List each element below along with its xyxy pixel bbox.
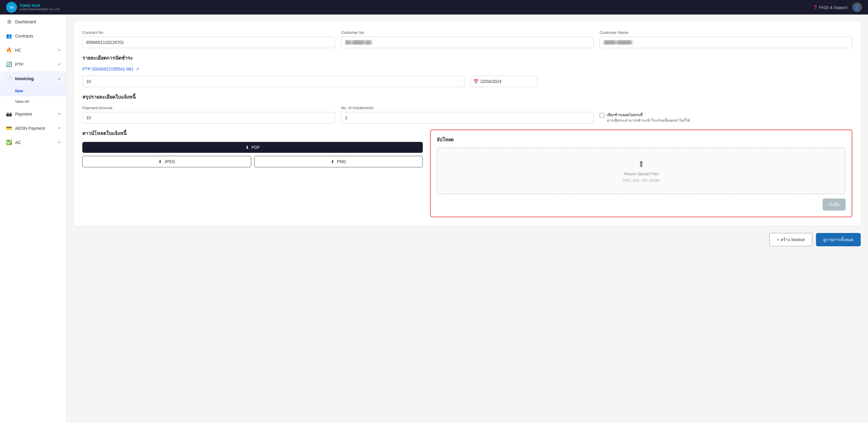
layout: ⊞ Dashboard 👥 Contracts 🔥 HC ▾ 🔄 PTP ▾ 📄…	[0, 14, 868, 423]
ac-icon: ✅	[6, 139, 12, 145]
sidebar-sub-item-view-all[interactable]: View All	[0, 96, 66, 107]
upload-section: อัปโหลด ⬆ Please Upload Files PNG, JPG, …	[430, 130, 852, 217]
jpeg-download-icon: ⬇	[158, 159, 162, 164]
sidebar-label-invoicing: Invoicing	[15, 76, 34, 81]
logo: TH TONG HUA ASSET MANAGEMENT CO.,LTD.	[6, 2, 61, 13]
sidebar-item-ac[interactable]: ✅ AC ▾	[0, 135, 66, 150]
partial-payment-checkbox[interactable]	[599, 113, 604, 118]
customer-no-group: Customer No	[341, 30, 594, 48]
jpeg-label: JPEG	[164, 159, 176, 164]
ptp-installment-input[interactable]	[82, 76, 464, 87]
sidebar-item-payment[interactable]: 📷 Payment ▾	[0, 107, 66, 121]
payment-amount-input[interactable]	[82, 112, 335, 124]
main-content: Contract No Customer No Customer Name รา…	[67, 14, 868, 423]
upload-placeholder-text: Please Upload Files	[624, 171, 659, 176]
sidebar-item-dashboard[interactable]: ⊞ Dashboard	[0, 14, 66, 29]
png-download-icon: ⬇	[331, 159, 334, 164]
aeon-payment-icon: 💳	[6, 125, 12, 131]
payment-chevron: ▾	[58, 112, 60, 116]
checkbox-label: เลือกชำระยอดไม่ครบที่ หากเลือกจะสามารถชำ…	[607, 112, 690, 123]
save-btn-wrapper: บันทึก	[437, 198, 846, 210]
hc-chevron: ▾	[58, 48, 60, 52]
pdf-label: PDF	[251, 145, 260, 150]
upload-dropzone[interactable]: ⬆ Please Upload Files PNG, JPG, GIF, WEB…	[437, 148, 846, 194]
download-png-button[interactable]: ⬇ PNG	[254, 156, 423, 167]
payment-amount-group: Payment Amount	[82, 106, 335, 124]
logo-title: TONG HUA	[19, 3, 61, 8]
contract-no-label: Contract No	[82, 30, 335, 35]
invoicing-chevron: ▴	[58, 76, 60, 80]
logo-icon: TH	[6, 2, 17, 13]
svg-text:TH: TH	[9, 6, 13, 9]
contract-info-row: Contract No Customer No Customer Name	[82, 30, 852, 48]
download-jpeg-button[interactable]: ⬇ JPEG	[82, 156, 251, 167]
jpeg-png-row: ⬇ JPEG ⬇ PNG	[82, 156, 423, 167]
no-installments-group: No. of Installments	[341, 106, 594, 124]
topnav-right: ❓ FAQs & Support 👤	[813, 2, 862, 12]
sidebar-label-hc: HC	[15, 48, 21, 53]
ptp-installment-group	[82, 76, 464, 87]
logo-subtitle: ASSET MANAGEMENT CO.,LTD.	[19, 8, 61, 11]
customer-name-group: Customer Name	[599, 30, 852, 48]
sidebar-label-contracts: Contracts	[15, 34, 33, 38]
invoice-summary-row: Payment Amount No. of Installments เลือก…	[82, 106, 852, 124]
customer-no-input[interactable]	[341, 37, 594, 48]
section-payment-title: รายละเอียดการนัดชำระ	[82, 54, 852, 62]
sidebar-item-ptp[interactable]: 🔄 PTP ▾	[0, 57, 66, 71]
contracts-icon: 👥	[6, 33, 12, 39]
form-card: Contract No Customer No Customer Name รา…	[74, 22, 861, 226]
sidebar-label-dashboard: Dashboard	[15, 19, 36, 24]
download-pdf-button[interactable]: ⬇ PDF	[82, 142, 423, 153]
upload-formats-text: PNG, JPG, GIF, WEBP	[623, 178, 660, 183]
contract-no-group: Contract No	[82, 30, 335, 48]
sidebar-sub-item-new[interactable]: New	[0, 86, 66, 96]
aeon-chevron: ▾	[58, 126, 60, 130]
sidebar: ⊞ Dashboard 👥 Contracts 🔥 HC ▾ 🔄 PTP ▾ 📄…	[0, 14, 67, 423]
no-installments-label: No. of Installments	[341, 106, 594, 110]
sidebar-item-contracts[interactable]: 👥 Contracts	[0, 29, 66, 43]
create-invoice-button[interactable]: + สร้าง Invoice	[769, 233, 812, 246]
download-upload-section: ดาวน์โหลดใบแจ้งหนี้ ⬇ PDF ⬇ JPEG ⬇ PNG	[82, 130, 852, 217]
sidebar-label-ptp: PTP	[15, 62, 23, 67]
upload-icon: ⬆	[638, 159, 645, 169]
ptp-details-row: 📅	[82, 76, 852, 87]
customer-name-label: Customer Name	[599, 30, 852, 35]
faqs-button[interactable]: ❓ FAQs & Support	[813, 5, 847, 10]
download-section-title: ดาวน์โหลดใบแจ้งหนี้	[82, 130, 423, 137]
question-icon: ❓	[813, 5, 818, 10]
no-installments-input[interactable]	[341, 112, 594, 124]
ptp-chevron: ▾	[58, 62, 60, 66]
payment-amount-label: Payment Amount	[82, 106, 335, 110]
ptp-link-row: PTP-20240422195541-961 ↗	[82, 67, 852, 71]
user-icon: 👤	[854, 4, 860, 10]
sidebar-item-invoicing[interactable]: 📄 Invoicing ▴	[0, 71, 66, 86]
checkbox-group: เลือกชำระยอดไม่ครบที่ หากเลือกจะสามารถชำ…	[599, 106, 852, 124]
sidebar-item-aeon-payment[interactable]: 💳 AEON Payment ▾	[0, 121, 66, 135]
external-link-icon[interactable]: ↗	[136, 67, 139, 71]
invoicing-icon: 📄	[6, 76, 12, 82]
save-button[interactable]: บันทึก	[823, 198, 846, 210]
ptp-link[interactable]: PTP-20240422195541-961	[82, 67, 133, 71]
ptp-icon: 🔄	[6, 61, 12, 67]
ptp-date-group: 📅	[470, 76, 852, 87]
sidebar-label-payment: Payment	[15, 112, 32, 117]
pdf-download-icon: ⬇	[245, 145, 249, 150]
hc-icon: 🔥	[6, 47, 12, 53]
sidebar-sub-label-view-all: View All	[15, 99, 29, 104]
download-section: ดาวน์โหลดใบแจ้งหนี้ ⬇ PDF ⬇ JPEG ⬇ PNG	[82, 130, 423, 167]
date-input-wrapper: 📅	[470, 76, 852, 87]
contract-no-input[interactable]	[82, 37, 335, 48]
view-all-button[interactable]: ดูรายการทั้งหมด	[816, 233, 861, 246]
sidebar-label-ac: AC	[15, 140, 21, 145]
payment-icon: 📷	[6, 111, 12, 117]
dashboard-icon: ⊞	[6, 19, 12, 25]
topnav: TH TONG HUA ASSET MANAGEMENT CO.,LTD. ❓ …	[0, 0, 868, 14]
ac-chevron: ▾	[58, 140, 60, 144]
calendar-icon: 📅	[473, 79, 478, 84]
customer-name-input[interactable]	[599, 37, 852, 48]
png-label: PNG	[337, 159, 346, 164]
sidebar-sub-label-new: New	[15, 89, 23, 93]
user-avatar[interactable]: 👤	[852, 2, 862, 12]
sidebar-item-hc[interactable]: 🔥 HC ▾	[0, 43, 66, 57]
ptp-date-input[interactable]	[470, 76, 537, 87]
